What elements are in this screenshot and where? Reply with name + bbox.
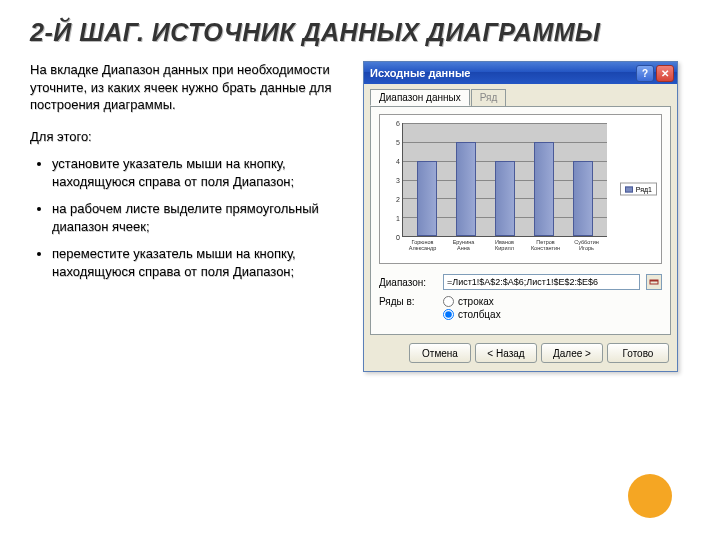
list-item: установите указатель мыши на кнопку, нах… [52,155,345,190]
y-tick: 2 [396,195,400,202]
dialog-title: Исходные данные [370,67,634,79]
rows-in-label: Ряды в: [379,296,437,307]
range-label: Диапазон: [379,277,437,288]
slide-title: 2-Й ШАГ. ИСТОЧНИК ДАННЫХ ДИАГРАММЫ [30,18,690,47]
dialog-button-row: Отмена < Назад Далее > Готово [364,337,677,371]
chart-bar [417,161,437,236]
x-label: Горюнов Александр [408,239,438,261]
x-label: Иванов Кирилл [490,239,520,261]
radio-rows[interactable]: строках [443,296,501,307]
dialog-titlebar[interactable]: Исходные данные ? ✕ [364,62,677,84]
close-icon: ✕ [661,68,669,79]
range-input[interactable] [443,274,640,290]
next-button[interactable]: Далее > [541,343,603,363]
chart-bar [456,142,476,236]
radio-rows-input[interactable] [443,296,454,307]
chart-bar [534,142,554,236]
help-button[interactable]: ? [636,65,654,82]
list-item: на рабочем листе выделите прямоугольный … [52,200,345,235]
chart-legend: Ряд1 [620,183,657,196]
svg-rect-1 [650,280,658,282]
tab-strip: Диапазон данных Ряд [370,89,671,107]
chart-bar [573,161,593,236]
range-picker-button[interactable] [646,274,662,290]
radio-columns-input[interactable] [443,309,454,320]
legend-label: Ряд1 [636,186,652,193]
y-tick: 6 [396,120,400,127]
source-data-dialog: Исходные данные ? ✕ Диапазон данных Ряд [363,61,678,372]
tab-series[interactable]: Ряд [471,89,507,106]
body-text: На вкладке Диапазон данных при необходим… [30,61,345,372]
finish-button[interactable]: Готово [607,343,669,363]
tab-panel: 0123456 Горюнов АлександрЕрунина АннаИва… [370,106,671,335]
x-label: Субботин Игорь [572,239,602,261]
y-tick: 5 [396,138,400,145]
list-item: переместите указатель мыши на кнопку, на… [52,245,345,280]
radio-rows-text: строках [458,296,494,307]
x-label: Петров Константин [531,239,561,261]
radio-columns[interactable]: столбцах [443,309,501,320]
radio-columns-text: столбцах [458,309,501,320]
cancel-button[interactable]: Отмена [409,343,471,363]
y-tick: 1 [396,215,400,222]
x-label: Ерунина Анна [449,239,479,261]
help-icon: ? [642,68,648,79]
y-tick: 3 [396,177,400,184]
y-tick: 0 [396,234,400,241]
lead-text: Для этого: [30,128,345,146]
instruction-list: установите указатель мыши на кнопку, нах… [52,155,345,280]
chart-preview: 0123456 Горюнов АлександрЕрунина АннаИва… [379,114,662,264]
chart-bar [495,161,515,236]
back-button[interactable]: < Назад [475,343,537,363]
intro-paragraph: На вкладке Диапазон данных при необходим… [30,61,345,114]
decorative-circle-icon [628,474,672,518]
tab-data-range[interactable]: Диапазон данных [370,89,470,106]
legend-swatch-icon [625,186,633,192]
y-tick: 4 [396,157,400,164]
chart-plot-area [402,123,607,237]
close-button[interactable]: ✕ [656,65,674,82]
collapse-icon [649,277,659,287]
